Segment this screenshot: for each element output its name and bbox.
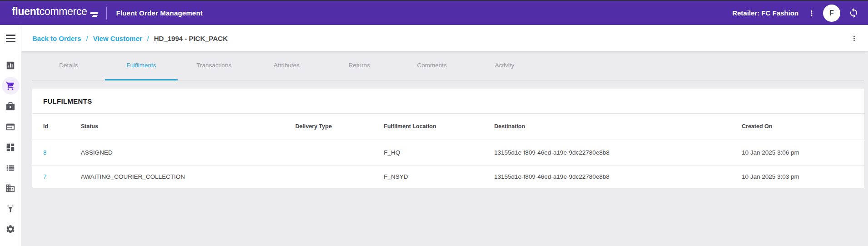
sidebar-nav [0, 55, 21, 239]
breadcrumb-separator: / [86, 35, 88, 42]
tab-returns[interactable]: Returns [323, 51, 396, 80]
tab-details[interactable]: Details [32, 51, 105, 80]
funnel-sparkle-icon [5, 204, 15, 214]
sidebar-item-workflows[interactable] [0, 96, 21, 116]
tab-activity[interactable]: Activity [468, 51, 541, 80]
table-header-row: Id Status Delivery Type Fulfilment Locat… [32, 114, 864, 140]
briefcase-play-icon [5, 101, 15, 111]
sidebar-item-dashboard[interactable] [0, 137, 21, 157]
logo-text-light: commerce [40, 5, 87, 18]
fulfilment-delivery-type [295, 140, 384, 166]
sidebar-item-orders[interactable] [0, 75, 21, 96]
list-icon [5, 163, 15, 173]
sidebar [0, 25, 21, 246]
breadcrumb: Back to Orders / View Customer / HD_1994… [32, 35, 850, 42]
fulfilments-table: Id Status Delivery Type Fulfilment Locat… [32, 114, 864, 188]
fulfilment-created-on: 10 Jan 2025 3:06 pm [742, 140, 864, 166]
fluent-logo-mark-icon [89, 8, 99, 20]
tab-bar: Details Fulfilments Transactions Attribu… [32, 51, 864, 80]
fulfilment-id-link[interactable]: 7 [32, 166, 81, 188]
tab-comments[interactable]: Comments [396, 51, 468, 80]
dashboard-icon [5, 142, 15, 152]
fulfilment-status: ASSIGNED [81, 140, 295, 166]
web-card-icon [5, 122, 15, 132]
avatar-initial: F [829, 9, 834, 17]
column-header-id: Id [32, 114, 81, 140]
fulfilment-delivery-type [295, 166, 384, 188]
app-title: Fluent Order Management [116, 9, 203, 17]
column-header-fulfilment-location: Fulfilment Location [384, 114, 494, 140]
app-header: fluentcommerce Fluent Order Management R… [0, 1, 868, 25]
sidebar-item-locations[interactable] [0, 178, 21, 198]
panel-title: FULFILMENTS [32, 89, 864, 114]
sync-icon[interactable] [848, 8, 859, 18]
avatar[interactable]: F [823, 5, 840, 22]
sidebar-item-settings[interactable] [0, 219, 21, 239]
breadcrumb-view-customer[interactable]: View Customer [93, 35, 142, 42]
shopping-cart-icon [5, 81, 15, 91]
hamburger-icon [6, 35, 15, 42]
column-header-delivery-type: Delivery Type [295, 114, 384, 140]
fulfilment-location: F_NSYD [384, 166, 494, 188]
tab-transactions[interactable]: Transactions [178, 51, 250, 80]
column-header-status: Status [81, 114, 295, 140]
fulfilment-id-link[interactable]: 8 [32, 140, 81, 166]
fluent-commerce-logo[interactable]: fluentcommerce [12, 5, 99, 20]
fulfilments-panel: FULFILMENTS Id Status Delivery Type Fulf… [32, 89, 864, 188]
breadcrumb-separator: / [147, 35, 149, 42]
tab-fulfilments[interactable]: Fulfilments [105, 51, 178, 80]
table-row: 7 AWAITING_COURIER_COLLECTION F_NSYD 131… [32, 166, 864, 188]
fulfilment-destination: 13155d1e-f809-46ed-a19e-9dc22780e8b8 [494, 140, 742, 166]
fulfilment-status: AWAITING_COURIER_COLLECTION [81, 166, 295, 188]
retailer-label: Retailer: FC Fashion [732, 9, 799, 17]
header-menu-icon[interactable] [808, 9, 816, 17]
sidebar-item-insights[interactable] [0, 198, 21, 219]
sidebar-item-webapps[interactable] [0, 116, 21, 137]
sidebar-item-analytics[interactable] [0, 55, 21, 75]
breadcrumb-bar: Back to Orders / View Customer / HD_1994… [21, 25, 868, 51]
table-row: 8 ASSIGNED F_HQ 13155d1e-f809-46ed-a19e-… [32, 140, 864, 166]
tab-attributes[interactable]: Attributes [250, 51, 323, 80]
logo-text-bold: fluent [12, 5, 40, 18]
breadcrumb-back-to-orders[interactable]: Back to Orders [32, 35, 81, 42]
column-header-destination: Destination [494, 114, 742, 140]
column-header-created-on: Created On [742, 114, 864, 140]
sidebar-item-lists[interactable] [0, 157, 21, 178]
building-icon [5, 183, 15, 193]
fulfilment-location: F_HQ [384, 140, 494, 166]
page-menu-icon[interactable] [850, 35, 858, 42]
menu-toggle-button[interactable] [0, 25, 21, 51]
fulfilment-destination: 13155d1e-f809-46ed-a19e-9dc22780e8b8 [494, 166, 742, 188]
fulfilment-created-on: 10 Jan 2025 3:03 pm [742, 166, 864, 188]
breadcrumb-current: HD_1994 - PICK_PACK [154, 35, 228, 42]
settings-icon [5, 224, 15, 234]
header-divider [106, 7, 107, 20]
bar-chart-icon [5, 60, 15, 70]
